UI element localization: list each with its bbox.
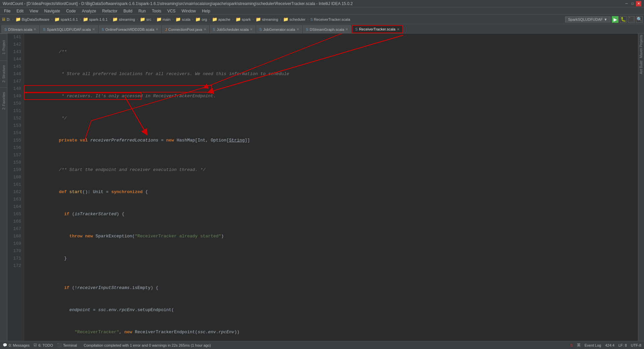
tab-sparksql[interactable]: S SparkSQLUDFUDAF.scala ✕ (40, 25, 98, 33)
toolbar-src[interactable]: 📁 src (140, 17, 151, 22)
toolbar-spark161[interactable]: 📁 spark1.6.1 (54, 17, 78, 22)
tab-close-online[interactable]: ✕ (156, 27, 158, 31)
position-label: 424:4 (605, 343, 614, 347)
line-num-151: 151 (10, 107, 21, 115)
toolbar-streaming[interactable]: 📁 streaming (112, 17, 135, 22)
todo-section[interactable]: ☑ 6: TODO (34, 343, 53, 347)
menu-edit[interactable]: Edit (14, 8, 26, 14)
debug-button[interactable]: 🐛 (620, 16, 627, 23)
line-num-146: 146 (10, 70, 21, 78)
tab-jobgen[interactable]: S JobGenerator.scala ✕ (256, 25, 302, 33)
line-num-168: 168 (10, 233, 21, 240)
folder-icon-3: 📁 (83, 17, 88, 22)
toolbar-file[interactable]: S ReceiverTracker.scala (310, 17, 350, 21)
toolbar-streaming2[interactable]: 📁 streaming (256, 17, 278, 22)
tab-close-jobgen[interactable]: ✕ (297, 27, 299, 31)
tab-jobsched[interactable]: S JobScheduler.scala ✕ (210, 25, 256, 33)
tab-close-dstream[interactable]: ✕ (34, 27, 36, 31)
toolbar-apache[interactable]: 📁 apache (212, 17, 230, 22)
terminal-label: Terminal (63, 343, 77, 347)
toolbar-scheduler[interactable]: 📁 scheduler (283, 17, 306, 22)
code-line-146: private val receiverPreferredLocations =… (28, 129, 635, 152)
menu-analyze[interactable]: Analyze (79, 8, 99, 14)
tab-icon-online: S (102, 27, 104, 32)
tab-close-jobsched[interactable]: ✕ (250, 27, 253, 31)
tab-icon-jobsched: S (213, 27, 215, 32)
tab-icon-connpool: J (165, 27, 167, 32)
folder-icon-6: 📁 (156, 17, 162, 22)
tab-dstreamgraph[interactable]: S DStreamGraph.scala ✕ (303, 25, 351, 33)
line-num-166: 166 (10, 218, 21, 225)
run-button[interactable]: ▶ (612, 16, 619, 23)
tab-close-dstreamgraph[interactable]: ✕ (345, 27, 348, 31)
toolbar-drive[interactable]: 🖥 D: (1, 17, 10, 22)
tab-close-receivertracker[interactable]: ✕ (397, 27, 399, 31)
folder-icon-4: 📁 (112, 17, 118, 22)
tab-receivertracker[interactable]: S ReceiverTracker.scala ✕ (352, 25, 403, 33)
toolbar-main[interactable]: 📁 main (156, 17, 171, 22)
line-num-144: 144 (10, 56, 21, 63)
toolbar-spark161b[interactable]: 📁 spark-1.6.1 (83, 17, 108, 22)
search-button[interactable]: 🔍 (636, 16, 643, 23)
event-log-label[interactable]: Event Log (585, 343, 601, 347)
code-content[interactable]: /** * Store all preferred locations for … (24, 34, 638, 341)
terminal-section[interactable]: ⬛ Terminal (57, 343, 77, 347)
line-num-156: 156 (10, 144, 21, 152)
menu-code[interactable]: Code (63, 8, 78, 14)
toolbar-bigdata[interactable]: 📁 BigDataSoftware (15, 17, 50, 22)
close-button[interactable]: ✕ (636, 1, 641, 6)
folder-icon-5: 📁 (140, 17, 145, 22)
ant-build-panel[interactable]: Ant Build (638, 59, 644, 75)
menu-run[interactable]: Run (136, 8, 149, 14)
toolbar-org[interactable]: 📁 org (195, 17, 207, 22)
tab-label-jobgen: JobGenerator.scala (263, 27, 295, 32)
menu-file[interactable]: File (1, 8, 13, 14)
code-area: 141 142 143 144 145 146 147 148 149 150 … (7, 34, 638, 341)
panel-project[interactable]: 1: Project (0, 34, 7, 60)
menu-view[interactable]: View (27, 8, 41, 14)
tab-online[interactable]: S OnlineForeachRDD2DB.scala ✕ (99, 25, 161, 33)
tab-close-connpool[interactable]: ✕ (204, 27, 206, 31)
menu-build[interactable]: Build (121, 8, 135, 14)
tab-dstream[interactable]: S DStream.scala ✕ (1, 25, 39, 33)
maximize-button[interactable]: □ (630, 1, 635, 6)
line-num-159: 159 (10, 166, 21, 174)
code-line-154: if (!receiverInputStreams.isEmpty) { (28, 277, 635, 299)
line-num-143: 143 (10, 48, 21, 56)
folder-icon-10: 📁 (235, 17, 241, 22)
panel-favorites[interactable]: 2: Favorites (0, 87, 7, 114)
toolbar-scala[interactable]: 📁 scala (175, 17, 191, 22)
code-line-150: if (isTrackerStarted) { (28, 203, 635, 225)
tab-label-dstream: DStream.scala (8, 27, 32, 32)
stop-button[interactable]: ⬛ (628, 16, 635, 23)
line-num-150: 150 (10, 100, 21, 107)
maven-projects-panel[interactable]: Maven Projects (638, 34, 644, 59)
menu-window[interactable]: Window (179, 8, 199, 14)
menu-refactor[interactable]: Refactor (100, 8, 120, 14)
minimize-button[interactable]: ─ (624, 1, 629, 6)
window-title: WordCount - [D:\IdeaProjects\WordCount] … (3, 1, 353, 6)
menu-help[interactable]: Help (199, 8, 213, 14)
line-num-162: 162 (10, 188, 21, 196)
menu-vcs[interactable]: VCS (165, 8, 178, 14)
panel-structure[interactable]: 2: Structure (0, 60, 7, 87)
line-num-153: 153 (10, 122, 21, 129)
tab-label-sparksql: SparkSQLUDFUDAF.scala (47, 27, 91, 32)
compilation-status: Compilation completed with 1 error and 0… (84, 343, 211, 347)
menu-navigate[interactable]: Navigate (42, 8, 63, 14)
line-numbers: 141 142 143 144 145 146 147 148 149 150 … (7, 34, 24, 341)
tab-icon-receivertracker: S (355, 27, 358, 31)
left-side-panels: 1: Project 2: Structure 2: Favorites (0, 34, 7, 341)
folder-icon-8: 📁 (195, 17, 201, 22)
tab-close-sparksql[interactable]: ✕ (92, 27, 95, 31)
tab-label-receivertracker: ReceiverTracker.scala (359, 27, 395, 31)
run-config-button[interactable]: SparkSQLUDFUDAF ▼ (565, 16, 610, 22)
menu-bar: File Edit View Navigate Code Analyze Ref… (0, 7, 644, 15)
toolbar-spark[interactable]: 📁 spark (235, 17, 251, 22)
code-editor[interactable]: 141 142 143 144 145 146 147 148 149 150 … (7, 34, 638, 341)
menu-tools[interactable]: Tools (149, 8, 164, 14)
messages-section[interactable]: 💬 0: Messages (3, 343, 30, 347)
tab-connpool[interactable]: J ConnectionPool.java ✕ (162, 25, 209, 33)
code-line-153 (28, 270, 635, 277)
code-line-151: throw new SparkException("ReceiverTracke… (28, 225, 635, 247)
